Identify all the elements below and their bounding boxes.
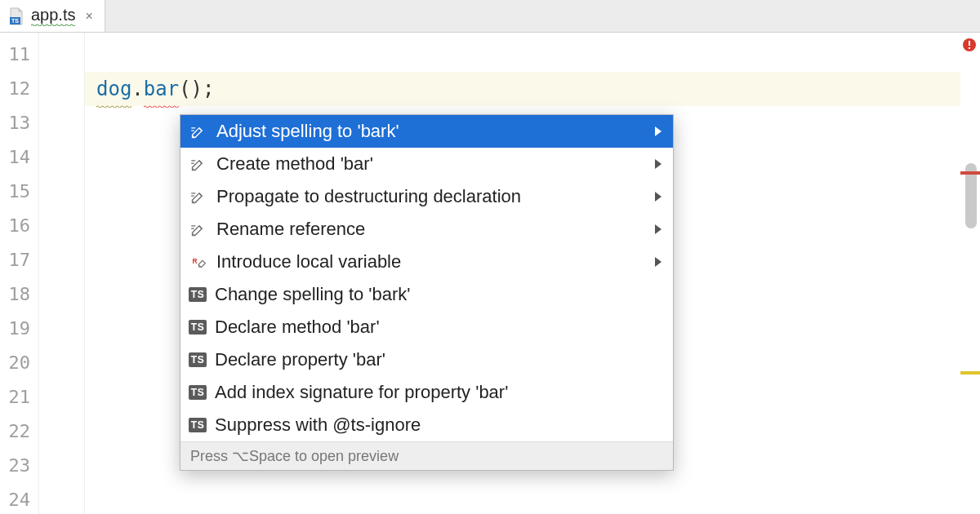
identifier-dog[interactable]: dog — [96, 72, 131, 108]
tab-close-icon[interactable]: × — [85, 9, 92, 24]
code-line-24[interactable] — [85, 483, 960, 514]
line-number: 23 — [0, 449, 38, 483]
pencil-icon — [189, 187, 208, 206]
typescript-badge-icon: TS — [189, 320, 207, 335]
typescript-badge-icon: TS — [189, 418, 207, 432]
intention-label: Introduce local variable — [216, 251, 640, 273]
line-number: 17 — [0, 243, 38, 277]
file-tab-app-ts[interactable]: TS app.ts × — [0, 0, 105, 32]
line-number: 22 — [0, 414, 38, 449]
error-badge-icon[interactable] — [962, 38, 977, 52]
line-number-gutter: 1112131415161718192021222324 — [0, 33, 39, 514]
line-number: 15 — [0, 175, 38, 209]
submenu-arrow-icon — [655, 126, 662, 136]
intention-label: Propagate to destructuring declaration — [216, 186, 640, 207]
line-number: 24 — [0, 483, 38, 514]
tab-bar: TS app.ts × — [0, 0, 980, 33]
pencil-icon — [189, 219, 208, 239]
dot-operator: . — [131, 78, 143, 100]
intention-item-7[interactable]: TSDeclare property 'bar' — [180, 343, 673, 376]
intention-label: Rename reference — [216, 219, 640, 240]
line-number: 12 — [0, 72, 38, 106]
warning-marker[interactable] — [960, 371, 980, 374]
call-parens: () — [179, 78, 203, 100]
intention-label: Add index signature for property 'bar' — [215, 382, 662, 403]
popup-hint-footer: Press ⌥Space to open preview — [180, 441, 673, 470]
intention-item-1[interactable]: Create method 'bar' — [180, 148, 673, 180]
typescript-file-icon: TS — [7, 7, 26, 26]
submenu-arrow-icon — [655, 224, 662, 234]
intention-label: Adjust spelling to 'bark' — [216, 121, 640, 142]
intention-actions-popup: Adjust spelling to 'bark'Create method '… — [180, 114, 674, 471]
intention-label: Declare method 'bar' — [215, 317, 662, 338]
code-line-12[interactable]: dog.bar(); — [85, 72, 960, 106]
intention-item-6[interactable]: TSDeclare method 'bar' — [180, 311, 673, 343]
fold-column — [39, 33, 85, 514]
semicolon: ; — [203, 78, 214, 100]
error-stripe[interactable] — [960, 33, 980, 514]
svg-text:R: R — [193, 257, 198, 265]
typescript-badge-icon: TS — [189, 385, 207, 400]
intention-item-2[interactable]: Propagate to destructuring declaration — [180, 180, 673, 213]
intention-label: Create method 'bar' — [216, 153, 640, 175]
line-number: 16 — [0, 209, 38, 243]
typescript-badge-icon: TS — [189, 352, 207, 367]
submenu-arrow-icon — [655, 257, 662, 267]
submenu-arrow-icon — [655, 192, 662, 202]
svg-rect-3 — [969, 41, 970, 46]
code-line-11[interactable] — [85, 38, 960, 72]
line-number: 20 — [0, 346, 38, 380]
line-number: 14 — [0, 140, 38, 175]
intention-item-3[interactable]: Rename reference — [180, 213, 673, 246]
line-number: 13 — [0, 106, 38, 140]
typescript-badge-icon: TS — [189, 287, 207, 302]
intention-item-4[interactable]: RIntroduce local variable — [180, 246, 673, 278]
intention-item-9[interactable]: TSSuppress with @ts-ignore — [180, 409, 673, 441]
pencil-icon — [189, 154, 208, 174]
svg-text:TS: TS — [11, 18, 19, 24]
tab-filename: app.ts — [31, 6, 75, 26]
line-number: 21 — [0, 380, 38, 414]
submenu-arrow-icon — [655, 159, 662, 169]
line-number: 19 — [0, 312, 38, 346]
intention-item-0[interactable]: Adjust spelling to 'bark' — [180, 115, 673, 148]
pencil-light-icon — [189, 122, 208, 141]
identifier-bar[interactable]: bar — [144, 72, 179, 108]
intention-label: Declare property 'bar' — [215, 349, 662, 370]
line-number: 18 — [0, 277, 38, 312]
variable-icon: R — [189, 252, 208, 272]
line-number: 11 — [0, 38, 38, 72]
intention-item-8[interactable]: TSAdd index signature for property 'bar' — [180, 376, 673, 409]
svg-rect-4 — [969, 47, 970, 49]
intention-label: Change spelling to 'bark' — [215, 284, 662, 305]
editor-window: TS app.ts × 1112131415161718192021222324… — [0, 0, 980, 514]
intention-label: Suppress with @ts-ignore — [215, 414, 662, 436]
intention-item-5[interactable]: TSChange spelling to 'bark' — [180, 278, 673, 311]
error-marker[interactable] — [960, 171, 980, 175]
